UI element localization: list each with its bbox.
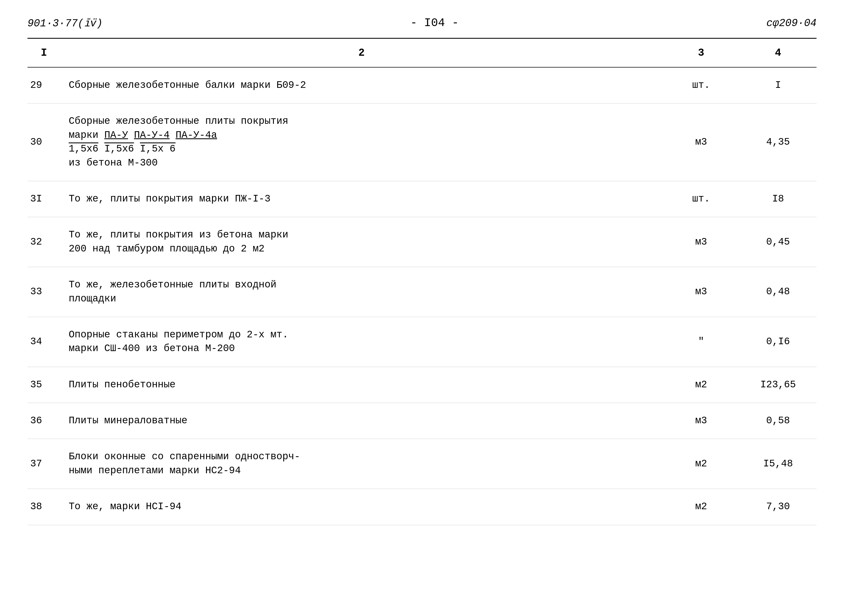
row-description: Блоки оконные со спаренными одностворч-н… <box>60 447 663 480</box>
row-description: Сборные железобетонные плиты покрытиямар… <box>60 112 663 173</box>
row-quantity: 0,I6 <box>740 332 816 351</box>
row-number: 32 <box>28 233 60 252</box>
col-header-2: 2 <box>60 44 663 62</box>
row-quantity: I23,65 <box>740 375 816 395</box>
row-description: Опорные стаканы периметром до 2-х мт.мар… <box>60 325 663 358</box>
row-description: Сборные железобетонные балки марки Б09-2 <box>60 76 663 95</box>
row-unit: м2 <box>663 375 740 395</box>
row-unit: м3 <box>663 233 740 252</box>
row-number: 38 <box>28 497 60 516</box>
col-header-4: 4 <box>740 44 816 62</box>
row-unit: шт. <box>663 76 740 95</box>
page: 901·3·77(ī̈v) - I04 - cφ209·04 I 2 3 4 2… <box>0 0 844 616</box>
table-body: 29Сборные железобетонные балки марки Б09… <box>28 67 816 525</box>
row-description: То же, плиты покрытия марки ПЖ-I-3 <box>60 189 663 209</box>
row-number: 33 <box>28 282 60 301</box>
row-description: То же, плиты покрытия из бетона марки200… <box>60 225 663 258</box>
row-description: То же, марки НСI-94 <box>60 497 663 516</box>
col-header-3: 3 <box>663 44 740 62</box>
row-quantity: I8 <box>740 189 816 209</box>
row-number: 34 <box>28 332 60 351</box>
table-row: 3IТо же, плиты покрытия марки ПЖ-I-3шт.I… <box>28 181 816 217</box>
col-header-1: I <box>28 44 60 62</box>
table-row: 29Сборные железобетонные балки марки Б09… <box>28 67 816 104</box>
row-quantity: 0,58 <box>740 411 816 430</box>
row-number: 37 <box>28 454 60 474</box>
header-right: cφ209·04 <box>766 17 816 29</box>
row-unit: м3 <box>663 411 740 430</box>
row-unit: м2 <box>663 497 740 516</box>
header-left: 901·3·77(ī̈v) <box>28 17 103 29</box>
row-quantity: I <box>740 76 816 95</box>
row-quantity: 0,48 <box>740 282 816 301</box>
table-row: 37Блоки оконные со спаренными одностворч… <box>28 439 816 489</box>
table-row: 38То же, марки НСI-94м27,30 <box>28 489 816 525</box>
row-number: 30 <box>28 133 60 152</box>
row-unit: м2 <box>663 454 740 474</box>
row-quantity: I5,48 <box>740 454 816 474</box>
table-row: 36Плиты минераловатныем30,58 <box>28 403 816 439</box>
page-header: 901·3·77(ī̈v) - I04 - cφ209·04 <box>28 16 816 30</box>
row-unit: м3 <box>663 133 740 152</box>
row-number: 3I <box>28 189 60 209</box>
main-table: I 2 3 4 29Сборные железобетонные балки м… <box>28 38 816 525</box>
row-description: То же, железобетонные плиты входнойплоща… <box>60 275 663 308</box>
row-unit: " <box>663 332 740 351</box>
row-number: 36 <box>28 411 60 430</box>
row-unit: шт. <box>663 189 740 209</box>
table-row: 33То же, железобетонные плиты входнойпло… <box>28 267 816 317</box>
row-quantity: 0,45 <box>740 233 816 252</box>
table-row: 32То же, плиты покрытия из бетона марки2… <box>28 217 816 267</box>
table-row: 35Плиты пенобетонныем2I23,65 <box>28 367 816 403</box>
row-number: 29 <box>28 76 60 95</box>
header-center: - I04 - <box>410 16 459 30</box>
table-header-row: I 2 3 4 <box>28 39 816 67</box>
row-quantity: 7,30 <box>740 497 816 516</box>
table-row: 30Сборные железобетонные плиты покрытиям… <box>28 104 816 181</box>
table-row: 34Опорные стаканы периметром до 2-х мт.м… <box>28 317 816 367</box>
row-quantity: 4,35 <box>740 133 816 152</box>
row-description: Плиты пенобетонные <box>60 375 663 395</box>
row-number: 35 <box>28 375 60 395</box>
row-description: Плиты минераловатные <box>60 411 663 430</box>
row-unit: м3 <box>663 282 740 301</box>
